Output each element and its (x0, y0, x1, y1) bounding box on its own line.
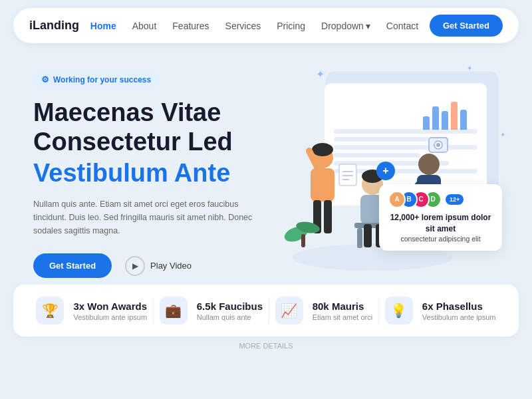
hero-cta-button[interactable]: Get Started (33, 253, 112, 278)
nav-links: Home About Features Services Pricing Dro… (90, 20, 418, 32)
stat-sub-0: Vestibulum ante ipsum (73, 313, 147, 321)
footer-hint: MORE DETAILS (0, 342, 532, 352)
stat-divider-1 (153, 297, 154, 324)
nav-link-about[interactable]: About (132, 21, 157, 31)
stat-icon-trophy: 🏆 (36, 297, 64, 325)
nav-link-dropdown[interactable]: Dropdown ▾ (321, 21, 370, 31)
nav-link-home[interactable]: Home (90, 21, 116, 31)
brand-logo: iLanding (29, 19, 79, 33)
chevron-down-icon: ▾ (366, 21, 370, 31)
social-proof-card: A B C D 12+ 12,000+ lorem ipsum dolor si… (379, 184, 502, 251)
nav-link-services[interactable]: Services (225, 21, 261, 31)
avatars-row: A B C D 12+ (388, 191, 493, 208)
stat-value-1: 6.5k Faucibus (197, 301, 263, 312)
gear-icon: ⚙ (41, 74, 49, 84)
stat-value-3: 6x Phasellus (422, 301, 496, 312)
stat-text-1: 6.5k Faucibus Nullam quis ante (197, 301, 263, 321)
hero-title-line1: Maecenas Vitae Consectetur Led (33, 98, 269, 156)
stat-sub-3: Vestibulum ante ipsum (422, 313, 496, 321)
hero-description: Nullam quis ante. Etiam sit amet orci eg… (33, 198, 269, 237)
social-proof-text: 12,000+ lorem ipsum dolor sit amet conse… (388, 212, 493, 244)
nav-item-pricing[interactable]: Pricing (277, 20, 305, 32)
stat-icon-briefcase: 💼 (160, 297, 188, 325)
nav-item-home[interactable]: Home (90, 20, 116, 32)
deco-star-3: ✦ (500, 131, 505, 138)
stat-text-2: 80k Mauris Etiam sit amet orci (313, 301, 372, 321)
stat-icon-chart: 📈 (275, 297, 303, 325)
nav-link-contact[interactable]: Contact (386, 21, 418, 31)
hero-badge-text: Working for your success (53, 75, 151, 84)
nav-link-pricing[interactable]: Pricing (277, 21, 305, 31)
play-video-button[interactable]: ▶ Play Video (125, 256, 192, 276)
stat-icon-bulb: 💡 (385, 297, 413, 325)
stat-sub-1: Nullam quis ante (197, 313, 263, 321)
svg-rect-28 (301, 234, 305, 247)
stat-item-2: 📈 80k Mauris Etiam sit amet orci (275, 297, 372, 325)
avatar-count: 12+ (446, 194, 464, 205)
svg-text:+: + (382, 165, 388, 176)
stat-value-2: 80k Mauris (313, 301, 372, 312)
deco-star-1: ✦ (316, 68, 325, 80)
nav-item-features[interactable]: Features (172, 20, 209, 32)
avatar-1: A (388, 191, 406, 208)
stat-sub-2: Etiam sit amet orci (313, 313, 372, 321)
svg-point-37 (436, 143, 440, 147)
stat-divider-2 (269, 297, 269, 324)
svg-point-15 (418, 154, 440, 175)
hero-badge: ⚙ Working for your success (33, 71, 159, 88)
nav-item-about[interactable]: About (132, 20, 157, 32)
svg-point-2 (312, 143, 333, 156)
stat-divider-3 (378, 297, 379, 324)
nav-item-services[interactable]: Services (225, 20, 261, 32)
hero-title-blue: Vestibulum Ante (33, 159, 269, 188)
stat-text-0: 3x Won Awards Vestibulum ante ipsum (73, 301, 147, 321)
hero-section: ⚙ Working for your success Maecenas Vita… (0, 51, 532, 278)
stat-text-3: 6x Phasellus Vestibulum ante ipsum (422, 301, 496, 321)
nav-cta-button[interactable]: Get Started (430, 15, 503, 37)
nav-item-dropdown[interactable]: Dropdown ▾ (321, 21, 370, 31)
stat-item-1: 💼 6.5k Faucibus Nullam quis ante (160, 297, 263, 325)
stat-item-0: 🏆 3x Won Awards Vestibulum ante ipsum (36, 297, 147, 325)
stats-bar: 🏆 3x Won Awards Vestibulum ante ipsum 💼 … (13, 285, 519, 336)
hero-left: ⚙ Working for your success Maecenas Vita… (33, 65, 269, 278)
svg-rect-29 (339, 164, 356, 186)
stat-value-0: 3x Won Awards (73, 301, 147, 312)
stat-item-3: 💡 6x Phasellus Vestibulum ante ipsum (385, 297, 496, 325)
navbar: iLanding Home About Features Services Pr… (13, 8, 519, 43)
social-proof-strong: 12,000+ lorem ipsum dolor sit amet (390, 213, 491, 233)
nav-link-features[interactable]: Features (172, 21, 209, 31)
svg-rect-13 (364, 224, 372, 247)
nav-item-contact[interactable]: Contact (386, 20, 418, 32)
hero-right: ✦ ✦ ✦ + (269, 65, 505, 271)
svg-rect-5 (324, 200, 332, 233)
svg-rect-11 (357, 228, 362, 248)
play-icon: ▶ (125, 256, 145, 276)
hero-actions: Get Started ▶ Play Video (33, 253, 269, 278)
play-video-label: Play Video (150, 261, 192, 271)
social-proof-sub: consectetur adipiscing elit (400, 235, 480, 243)
